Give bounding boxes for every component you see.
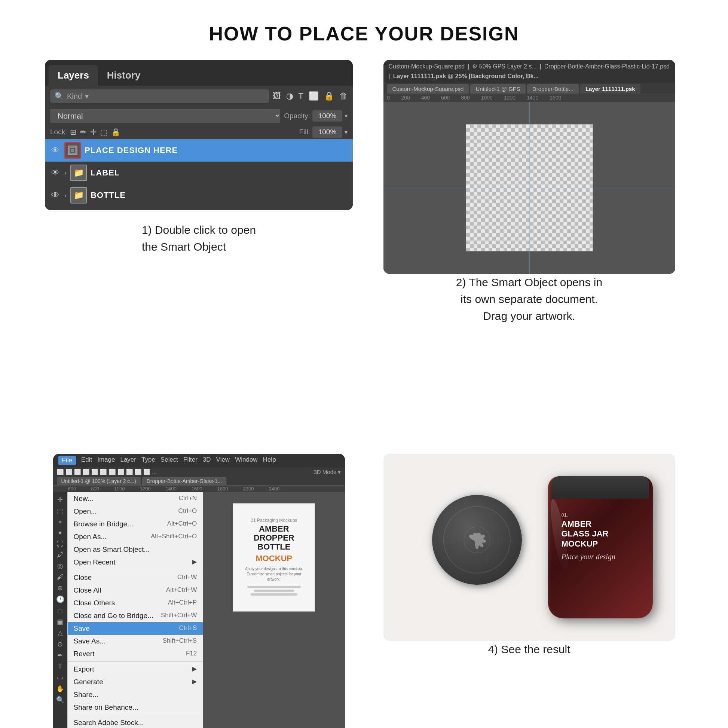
menu-item-close-all[interactable]: Close AllAlt+Ctrl+W (68, 584, 203, 597)
tool-shape[interactable]: ▭ (57, 673, 63, 682)
line3 (251, 593, 297, 596)
ruler-m9: 2400 (269, 486, 280, 492)
doc-tab-untitled[interactable]: Untitled-1 @ 100% (Layer 2 c...) (57, 477, 141, 485)
mockup-subtitle: 01 Packaging Mockups (251, 518, 297, 523)
menu-edit[interactable]: Edit (81, 456, 92, 465)
menu-item-stock[interactable]: Search Adobe Stock... (68, 716, 203, 728)
layer1-visibility-icon[interactable]: 👁 (50, 145, 61, 155)
doc-tab-dropper[interactable]: Dropper-Bottle-Amber-Glass-1... (142, 477, 227, 485)
ps-canvas-right: 01 Packaging Mockups AMBERDROPPERBOTTLE … (203, 492, 344, 728)
tool-brush[interactable]: 🖌 (57, 573, 64, 581)
tool-clone[interactable]: ⊕ (57, 584, 63, 592)
tool-magic[interactable]: ✦ (57, 529, 63, 537)
jar-glass: 01. AMBER GLASS JAR MOCKUP Place your de… (548, 476, 653, 618)
layer2-visibility-icon[interactable]: 👁 (50, 168, 61, 178)
ps-topbar-zoom: ⚙ 50% GPS Layer 2 s... (472, 63, 537, 70)
tool-gradient[interactable]: ▣ (57, 618, 63, 626)
tool-eraser[interactable]: ◻ (57, 606, 63, 615)
tab-history[interactable]: History (98, 65, 150, 86)
menu-item-behance[interactable]: Share on Behance... (68, 701, 203, 714)
tool-pen[interactable]: ✒ (57, 651, 63, 659)
tool-zoom[interactable]: 🔍 (56, 696, 64, 704)
tool-heal[interactable]: ◎ (57, 562, 63, 570)
layers-search-bar[interactable]: 🔍 Kind ▾ (50, 89, 269, 103)
steps-grid: Layers History 🔍 Kind ▾ 🖼 ◑ T ⬜ 🔒 🗑 (0, 60, 728, 728)
layer2-thumbnail: 📁 (70, 165, 87, 181)
ruler-800: 800 (461, 95, 470, 101)
menu-item-recent[interactable]: Open Recent▶ (68, 556, 203, 569)
step4-caption: 4) See the result (480, 641, 578, 658)
menu-item-share[interactable]: Share... (68, 688, 203, 701)
tool-history[interactable]: 🕐 (56, 595, 64, 603)
tool-eyedrop[interactable]: 🖍 (57, 551, 64, 559)
menu-type[interactable]: Type (141, 456, 155, 465)
menu-item-export[interactable]: Export▶ (68, 663, 203, 676)
menu-item-bridge[interactable]: Browse in Bridge...Alt+Ctrl+O (68, 518, 203, 531)
ps-topbar-sep3: | (389, 73, 390, 80)
tool-blur[interactable]: △ (58, 629, 63, 637)
menu-item-open-as[interactable]: Open As...Alt+Shift+Ctrl+O (68, 531, 203, 543)
jar-title: AMBER GLASS JAR MOCKUP (561, 519, 639, 549)
file-menu-dropdown: New...Ctrl+N Open...Ctrl+O Browse in Bri… (67, 492, 203, 728)
menu-item-smart-object[interactable]: Open as Smart Object... (68, 543, 203, 556)
tool-hand[interactable]: ✋ (56, 685, 64, 693)
tool-dodge[interactable]: ⊙ (57, 640, 63, 648)
menu-3d[interactable]: 3D (203, 456, 211, 465)
menu-item-close[interactable]: CloseCtrl+W (68, 571, 203, 584)
ruler-200: 200 (401, 95, 410, 101)
menu-layer[interactable]: Layer (120, 456, 136, 465)
line2 (254, 590, 294, 592)
fill-input[interactable] (312, 127, 342, 138)
menu-item-save[interactable]: SaveCtrl+S (68, 622, 203, 635)
tool-lasso[interactable]: ⌖ (58, 518, 62, 526)
ruler-m7: 1800 (217, 486, 228, 492)
ps-tab-dropper[interactable]: Dropper-Bottle... (527, 84, 579, 93)
menu-window[interactable]: Window (235, 456, 257, 465)
ps-tab-layer[interactable]: Layer 1111111.psk (580, 84, 641, 93)
menu-view[interactable]: View (216, 456, 230, 465)
tool-select[interactable]: ⬚ (57, 507, 63, 515)
lock-pixels-icon: ⊞ (70, 128, 76, 136)
ruler-m2: 800 (91, 486, 99, 492)
menu-item-save-as[interactable]: Save As...Shift+Ctrl+S (68, 635, 203, 648)
ps-menu-topbar: File Edit Image Layer Type Select Filter… (53, 454, 345, 467)
fill-label: Fill: (299, 128, 310, 136)
menu-item-revert[interactable]: RevertF12 (68, 648, 203, 660)
ruler-m4: 1200 (140, 486, 151, 492)
layer3-arrow: › (64, 191, 67, 199)
menu-item-open[interactable]: Open...Ctrl+O (68, 505, 203, 518)
layer3-visibility-icon[interactable]: 👁 (50, 190, 61, 200)
ps-canvas-area (384, 102, 675, 274)
ps-tab-untitled[interactable]: Untitled-1 @ GPS (470, 84, 525, 93)
layer-row-place-design[interactable]: 👁 PLACE DESIGN HERE (45, 139, 353, 162)
menu-item-new[interactable]: New...Ctrl+N (68, 492, 203, 505)
ps-tab-custom[interactable]: Custom-Mockup-Square.psd (387, 84, 469, 93)
svg-rect-2 (72, 149, 74, 151)
layer-row-bottle[interactable]: 👁 › 📁 BOTTLE (45, 184, 353, 206)
layer3-thumbnail: 📁 (70, 187, 87, 203)
menu-item-close-bridge[interactable]: Close and Go to Bridge...Shift+Ctrl+W (68, 609, 203, 622)
menu-select[interactable]: Select (161, 456, 178, 465)
menu-file[interactable]: File (58, 456, 76, 465)
tool-crop[interactable]: ⛶ (57, 540, 64, 548)
tool-type[interactable]: T (58, 662, 62, 670)
layer-row-label[interactable]: 👁 › 📁 LABEL (45, 162, 353, 184)
ps-topbar-text: Custom-Mockup-Square.psd (389, 63, 465, 70)
tab-layers[interactable]: Layers (49, 65, 98, 86)
kind-label: Kind (67, 92, 82, 101)
ruler-400: 400 (421, 95, 430, 101)
mockup-title: AMBERDROPPERBOTTLE (254, 525, 294, 552)
menu-item-generate[interactable]: Generate▶ (68, 676, 203, 688)
blend-mode-select[interactable]: Normal (50, 109, 280, 123)
ps-menu-ruler: 600 800 1000 1200 1400 1600 1800 2200 24… (53, 485, 345, 492)
opacity-input[interactable] (312, 110, 342, 122)
layers-icon-row: 🖼 ◑ T ⬜ 🔒 🗑 (273, 91, 347, 101)
menu-image[interactable]: Image (97, 456, 115, 465)
tool-move[interactable]: ✛ (57, 496, 63, 504)
layer2-arrow: › (64, 169, 67, 177)
jar-number: 01. (561, 512, 639, 518)
step1-caption: 1) Double click to openthe Smart Object (134, 222, 263, 255)
menu-item-close-others[interactable]: Close OthersAlt+Ctrl+P (68, 597, 203, 609)
menu-help[interactable]: Help (263, 456, 276, 465)
menu-filter[interactable]: Filter (183, 456, 197, 465)
